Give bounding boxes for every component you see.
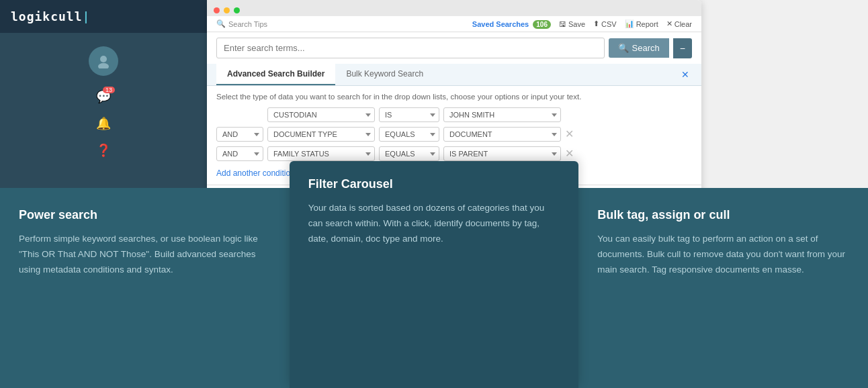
search-area: 🔍 Search − — [207, 32, 701, 64]
search-input[interactable] — [216, 38, 605, 58]
value-select-3[interactable]: IS PARENT — [443, 146, 561, 161]
sidebar-item-bell[interactable]: 🔔 — [96, 116, 111, 131]
feature-cards: Power search Perform simple keyword sear… — [0, 188, 868, 388]
field-select-3[interactable]: FAMILY STATUS — [267, 146, 375, 161]
logo: logikcull| — [0, 0, 207, 33]
card-bulk-tag: Bulk tag, assign or cull You can easily … — [578, 188, 868, 388]
browser-chrome — [207, 0, 701, 16]
condition-row-3: AND FAMILY STATUS EQUALS IS PARENT ✕ — [216, 146, 692, 161]
value-select-2[interactable]: DOCUMENT — [443, 127, 561, 142]
avatar[interactable] — [89, 46, 118, 76]
card-left-body: Perform simple keyword searches, or use … — [19, 232, 271, 278]
condition-row-2: AND DOCUMENT TYPE EQUALS DOCUMENT ✕ — [216, 127, 692, 142]
clear-button[interactable]: ✕ Clear — [666, 19, 692, 28]
card-right-body: You can easily bulk tag to perform an ac… — [597, 232, 849, 278]
search-button[interactable]: 🔍 Search — [609, 38, 669, 58]
card-mid-body: Your data is sorted based on dozens of c… — [308, 201, 560, 247]
toolbar-left: 🔍 Search Tips — [216, 19, 267, 28]
tab-advanced[interactable]: Advanced Search Builder — [216, 64, 335, 85]
logo-accent: | — [83, 9, 91, 23]
sidebar-avatar-area — [0, 33, 207, 83]
connector-select-2[interactable]: AND — [216, 127, 263, 142]
search-tips-label: Search Tips — [228, 20, 267, 28]
operator-select-1[interactable]: IS — [379, 107, 439, 122]
operator-select-2[interactable]: EQUALS — [379, 127, 439, 142]
search-icon: 🔍 — [618, 43, 629, 53]
svg-point-1 — [98, 63, 109, 68]
messages-badge: 13 — [103, 87, 115, 93]
x-icon: ✕ — [666, 19, 672, 28]
connector-select-3[interactable]: AND — [216, 146, 263, 161]
user-icon — [96, 54, 111, 68]
tabs-row: Advanced Search Builder Bulk Keyword Sea… — [207, 64, 701, 86]
toolbar-right: Saved Searches 106 🖫 Save ⬆ CSV 📊 Report… — [472, 19, 692, 28]
delete-row-3[interactable]: ✕ — [565, 148, 574, 159]
tab-bulk[interactable]: Bulk Keyword Search — [335, 64, 434, 85]
dot-yellow — [224, 7, 230, 13]
report-button[interactable]: 📊 Report — [625, 19, 658, 28]
saved-searches-badge: 106 — [533, 20, 551, 29]
condition-row-1: CUSTODIAN IS JOHN SMITH — [216, 107, 692, 122]
saved-searches-link[interactable]: Saved Searches 106 — [472, 20, 551, 28]
card-left-title: Power search — [19, 208, 271, 222]
tab-close-button[interactable]: ✕ — [679, 66, 692, 83]
search-row: 🔍 Search − — [216, 38, 692, 58]
card-filter-carousel: Filter Carousel Your data is sorted base… — [290, 161, 579, 388]
save-button[interactable]: 🖫 Save — [559, 20, 585, 28]
field-select-1[interactable]: CUSTODIAN — [267, 107, 375, 122]
save-icon: 🖫 — [559, 20, 566, 28]
operator-select-3[interactable]: EQUALS — [379, 146, 439, 161]
field-select-2[interactable]: DOCUMENT TYPE — [267, 127, 375, 142]
delete-row-2[interactable]: ✕ — [565, 129, 574, 140]
card-right-title: Bulk tag, assign or cull — [597, 208, 849, 222]
search-minus-button[interactable]: − — [673, 38, 692, 58]
app-toolbar: 🔍 Search Tips Saved Searches 106 🖫 Save … — [207, 16, 701, 32]
tabs-left: Advanced Search Builder Bulk Keyword Sea… — [216, 64, 434, 85]
chart-icon: 📊 — [625, 19, 634, 28]
csv-button[interactable]: ⬆ CSV — [593, 19, 617, 28]
add-condition-link[interactable]: Add another condition — [216, 168, 295, 178]
card-mid-title: Filter Carousel — [308, 177, 560, 191]
download-icon: ⬆ — [593, 19, 599, 28]
sidebar-item-help[interactable]: ❓ — [96, 143, 111, 158]
card-power-search: Power search Perform simple keyword sear… — [0, 188, 290, 388]
dot-green — [234, 7, 240, 13]
sidebar-item-messages[interactable]: 💬 13 — [96, 89, 111, 104]
value-select-1[interactable]: JOHN SMITH — [443, 107, 561, 122]
svg-point-0 — [100, 56, 107, 62]
sidebar-icons: 💬 13 🔔 ❓ — [0, 83, 207, 164]
saved-searches-text: Saved Searches — [472, 20, 529, 28]
magnifier-icon: 🔍 — [216, 19, 226, 28]
dot-red — [214, 7, 220, 13]
builder-hint: Select the type of data you want to sear… — [216, 93, 692, 101]
